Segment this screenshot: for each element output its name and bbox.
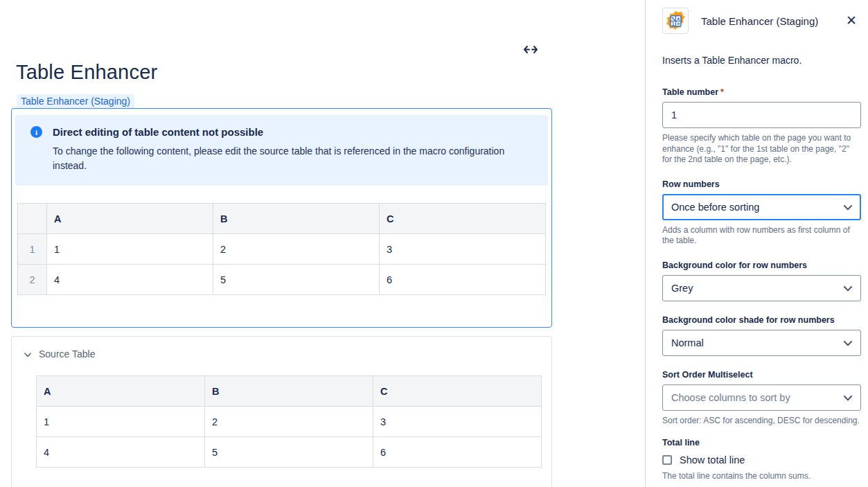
macro-name-chip[interactable]: Table Enhancer (Staging) xyxy=(17,94,134,108)
field-bg-shade: Background color shade for row numbers N… xyxy=(662,315,861,356)
row-number-cell: 2 xyxy=(18,265,47,295)
selected-option-label: Normal xyxy=(671,337,704,348)
page-title[interactable]: Table Enhancer xyxy=(16,58,645,86)
required-asterisk: * xyxy=(720,87,724,97)
table-enhancer-macro-icon: 1 + xyxy=(662,8,689,34)
source-table-toggle[interactable]: Source Table xyxy=(24,348,95,360)
field-label: Background color for row numbers xyxy=(662,260,861,271)
table-cell: 1 xyxy=(47,234,213,265)
table-row: 1 2 3 xyxy=(37,407,542,437)
table-cell: 6 xyxy=(373,437,542,468)
column-header: B xyxy=(213,204,380,234)
column-header: C xyxy=(373,376,542,407)
field-row-numbers: Row numbers Once before sorting Adds a c… xyxy=(662,179,861,247)
left-right-arrows-icon xyxy=(522,44,539,56)
info-panel-content: Direct editing of table content not poss… xyxy=(53,125,534,173)
macro-config-panel: 1 + Table Enhancer (Staging) ✕ Inserts a… xyxy=(645,0,868,487)
bg-shade-select[interactable]: Normal xyxy=(662,330,861,356)
field-bg-color: Background color for row numbers Grey xyxy=(662,260,861,301)
config-panel-header: 1 + Table Enhancer (Staging) ✕ xyxy=(662,8,861,34)
sort-order-multiselect[interactable]: Choose columns to sort by xyxy=(662,384,861,411)
source-table[interactable]: A B C 1 2 3 4 5 6 xyxy=(36,375,542,468)
table-cell: 2 xyxy=(213,234,380,265)
show-total-line-checkbox[interactable] xyxy=(662,455,672,465)
field-label: Background color shade for row numbers xyxy=(662,315,861,326)
page-width-toggle-button[interactable] xyxy=(521,43,540,58)
source-table-header-row: A B C xyxy=(37,376,542,407)
show-total-line-option[interactable]: Show total line xyxy=(662,454,861,466)
close-icon[interactable]: ✕ xyxy=(843,14,860,28)
selected-option-label: Once before sorting xyxy=(671,202,759,213)
svg-text:+: + xyxy=(677,21,680,27)
config-panel-title: Table Enhancer (Staging) xyxy=(701,15,843,27)
field-label: Total line xyxy=(662,438,861,448)
table-cell: 4 xyxy=(37,437,205,468)
source-table-label: Source Table xyxy=(39,348,95,360)
info-panel: i Direct editing of table content not po… xyxy=(15,115,548,186)
column-header: B xyxy=(205,376,373,407)
field-sort-order: Sort Order Multiselect Choose columns to… xyxy=(662,370,861,427)
chevron-down-icon xyxy=(844,202,852,213)
table-cell: 4 xyxy=(47,265,213,295)
table-cell: 3 xyxy=(380,234,546,265)
field-help-text: The total line contains the column sums. xyxy=(662,471,861,482)
bg-color-select[interactable]: Grey xyxy=(662,275,861,301)
table-cell: 5 xyxy=(205,437,373,468)
selected-option-label: Grey xyxy=(671,283,693,294)
source-table-section: Source Table A B C 1 2 3 4 5 6 xyxy=(11,336,552,487)
selected-macro-frame[interactable]: i Direct editing of table content not po… xyxy=(11,108,552,328)
column-header: A xyxy=(47,204,213,234)
table-row: 1 1 2 3 xyxy=(18,234,546,265)
macro-editor-app: Table Enhancer Table Enhancer (Staging) … xyxy=(0,0,868,487)
table-row: 2 4 5 6 xyxy=(18,265,546,295)
field-label: Row numbers xyxy=(662,179,861,190)
svg-text:1: 1 xyxy=(672,21,675,26)
table-cell: 6 xyxy=(380,265,546,295)
info-panel-body: To change the following content, please … xyxy=(53,144,534,173)
table-cell: 2 xyxy=(205,407,373,437)
info-panel-title: Direct editing of table content not poss… xyxy=(53,126,534,138)
checkbox-label: Show total line xyxy=(680,454,745,466)
field-help-text: Please specify which table on the page y… xyxy=(662,133,861,166)
row-number-cell: 1 xyxy=(18,234,47,265)
select-placeholder: Choose columns to sort by xyxy=(671,392,790,403)
editor-canvas: Table Enhancer Table Enhancer (Staging) … xyxy=(0,0,645,487)
field-help-text: Sort order: ASC for ascending, DESC for … xyxy=(662,416,861,427)
column-header: A xyxy=(37,376,205,407)
field-total-line: Total line Show total line The total lin… xyxy=(662,438,861,482)
chevron-down-icon xyxy=(844,337,852,348)
enhanced-table-header-row: A B C xyxy=(18,204,546,234)
enhanced-table: A B C 1 1 2 3 2 4 5 6 xyxy=(17,203,546,295)
column-header: C xyxy=(380,204,546,234)
table-row: 4 5 6 xyxy=(37,437,542,468)
chevron-down-icon xyxy=(844,392,852,403)
field-help-text: Adds a column with row numbers as first … xyxy=(662,225,861,247)
table-cell: 3 xyxy=(373,407,542,437)
info-icon: i xyxy=(30,126,42,138)
row-numbers-select[interactable]: Once before sorting xyxy=(662,194,861,220)
field-label: Table number* xyxy=(662,87,861,98)
chevron-down-icon xyxy=(24,348,31,360)
chevron-down-icon xyxy=(844,283,852,294)
row-number-header-cell xyxy=(18,204,47,234)
table-cell: 5 xyxy=(213,265,380,295)
table-cell: 1 xyxy=(37,407,205,437)
field-label: Sort Order Multiselect xyxy=(662,370,861,380)
table-number-input[interactable] xyxy=(662,102,861,128)
field-table-number: Table number* Please specify which table… xyxy=(662,87,861,166)
macro-description: Inserts a Table Enhancer macro. xyxy=(662,55,861,67)
